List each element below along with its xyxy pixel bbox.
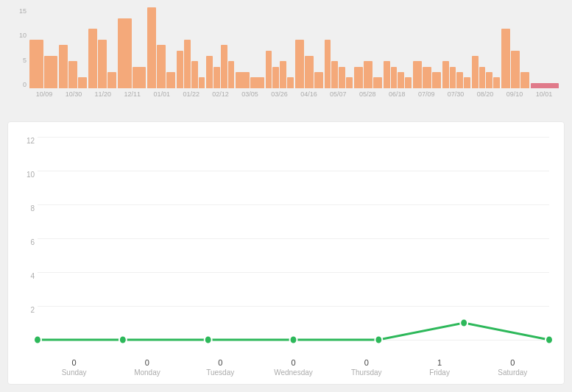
bar bbox=[29, 40, 43, 88]
bar bbox=[331, 61, 338, 88]
bar-group bbox=[472, 56, 500, 88]
top-x-label: 04/16 bbox=[294, 90, 323, 98]
bar bbox=[78, 77, 87, 88]
bar-group bbox=[413, 61, 441, 88]
bar bbox=[346, 77, 353, 88]
dot-saturday bbox=[545, 335, 553, 344]
bar bbox=[339, 67, 345, 88]
bar-group bbox=[384, 61, 412, 88]
top-x-label: 03/05 bbox=[236, 90, 265, 98]
day-column: 0Saturday bbox=[476, 358, 549, 377]
bottom-line-chart: 12108642 0Sunday0Monday0Tuesday0Wednesda… bbox=[7, 121, 565, 385]
top-y-label: 5 bbox=[13, 57, 27, 64]
dot-friday bbox=[460, 318, 467, 327]
bar bbox=[250, 77, 264, 88]
bar bbox=[199, 77, 205, 88]
day-name: Sunday bbox=[62, 368, 87, 377]
bar bbox=[191, 61, 198, 88]
dot-wednesday bbox=[290, 335, 297, 344]
top-y-label: 0 bbox=[13, 81, 27, 88]
line-chart-area bbox=[38, 137, 549, 340]
bar bbox=[398, 72, 404, 88]
top-x-label: 10/01 bbox=[529, 90, 559, 98]
bottom-y-label: 4 bbox=[14, 272, 35, 280]
bar bbox=[413, 61, 422, 88]
bar bbox=[479, 67, 486, 88]
day-labels: 0Sunday0Monday0Tuesday0Wednesday0Thursda… bbox=[38, 358, 549, 377]
bar-group bbox=[442, 61, 470, 88]
bar bbox=[305, 56, 314, 88]
bars-container bbox=[29, 7, 559, 88]
top-x-label: 07/09 bbox=[412, 90, 441, 98]
bar bbox=[133, 67, 146, 88]
bar bbox=[511, 51, 520, 88]
bar bbox=[166, 72, 175, 88]
top-x-label: 08/20 bbox=[470, 90, 500, 98]
bar bbox=[314, 72, 323, 88]
day-name: Friday bbox=[429, 368, 450, 377]
bar bbox=[98, 40, 107, 88]
bar bbox=[266, 51, 272, 88]
bar bbox=[373, 77, 382, 88]
day-value: 0 bbox=[145, 358, 149, 367]
bar bbox=[184, 40, 191, 88]
bar-group bbox=[147, 7, 175, 88]
day-column: 0Thursday bbox=[330, 358, 403, 377]
top-x-label: 07/30 bbox=[441, 90, 470, 98]
bottom-y-label: 10 bbox=[14, 171, 35, 179]
bar bbox=[287, 77, 294, 88]
bar bbox=[44, 56, 58, 88]
top-x-label: 10/09 bbox=[29, 90, 59, 98]
day-value: 0 bbox=[291, 358, 295, 367]
bar-group bbox=[88, 29, 116, 88]
day-column: 0Wednesday bbox=[257, 358, 330, 377]
bar-group bbox=[354, 61, 382, 88]
bar bbox=[464, 77, 470, 88]
day-value: 0 bbox=[218, 358, 222, 367]
top-x-label: 09/10 bbox=[500, 90, 529, 98]
dot-tuesday bbox=[205, 335, 212, 344]
bar bbox=[88, 29, 97, 88]
dot-monday bbox=[119, 335, 127, 344]
bar bbox=[501, 29, 510, 88]
bar-group bbox=[29, 40, 57, 88]
day-name: Tuesday bbox=[206, 368, 234, 377]
day-name: Thursday bbox=[351, 368, 382, 377]
top-x-label: 03/26 bbox=[265, 90, 294, 98]
bar bbox=[147, 7, 156, 88]
top-x-label: 05/28 bbox=[353, 90, 382, 98]
top-y-label: 15 bbox=[13, 7, 27, 15]
bar bbox=[456, 72, 463, 88]
dot-sunday bbox=[34, 335, 41, 344]
bar-group bbox=[118, 18, 146, 88]
bar-group bbox=[236, 72, 264, 88]
bar bbox=[384, 61, 390, 88]
day-name: Monday bbox=[134, 368, 160, 377]
top-x-label: 06/18 bbox=[382, 90, 412, 98]
top-x-label: 12/11 bbox=[118, 90, 147, 98]
bottom-y-axis: 12108642 bbox=[14, 137, 35, 340]
bottom-y-label: 2 bbox=[14, 306, 35, 314]
day-value: 0 bbox=[72, 358, 77, 367]
bar-group bbox=[206, 45, 234, 88]
top-y-axis: 15 10 5 0 bbox=[13, 7, 27, 88]
day-column: 1Friday bbox=[403, 358, 476, 377]
day-value: 0 bbox=[510, 358, 515, 367]
bar bbox=[405, 77, 412, 88]
bar bbox=[493, 77, 500, 88]
bar bbox=[391, 67, 398, 88]
bar bbox=[472, 56, 479, 88]
line-svg bbox=[38, 137, 549, 340]
bar bbox=[442, 61, 449, 88]
top-bar-chart: 15 10 5 0 10/0910/3011/2012/1101/0101/22… bbox=[0, 0, 572, 121]
day-column: 0Sunday bbox=[38, 358, 110, 377]
bar-group bbox=[59, 45, 87, 88]
top-x-label: 10/30 bbox=[59, 90, 88, 98]
day-column: 0Monday bbox=[110, 358, 183, 377]
bar-group bbox=[295, 40, 323, 88]
bar-group bbox=[177, 40, 205, 88]
bar bbox=[177, 51, 183, 88]
bar bbox=[520, 72, 529, 88]
bar bbox=[325, 40, 331, 88]
bar bbox=[486, 72, 492, 88]
